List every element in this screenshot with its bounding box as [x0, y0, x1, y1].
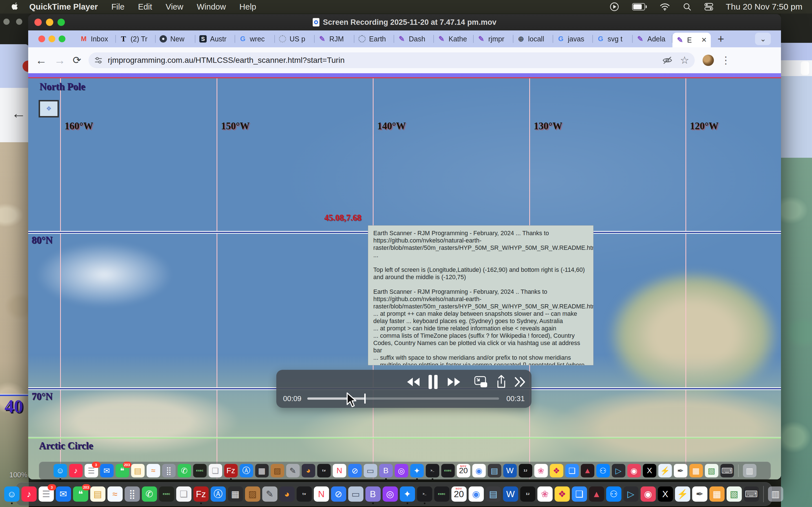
- dock-icon-podcasts[interactable]: ◎: [383, 487, 398, 502]
- dock-icon-preview[interactable]: ▭: [348, 487, 363, 502]
- dock-icon-zoom[interactable]: ❑: [572, 487, 587, 502]
- menu-item-window[interactable]: Window: [197, 2, 226, 11]
- dock-icon-photos[interactable]: ❀: [538, 487, 553, 502]
- tab-kathe[interactable]: ✎Kathe: [434, 31, 474, 47]
- wifi-icon[interactable]: [660, 3, 670, 11]
- dock-icon-gimp-archive[interactable]: ▨: [245, 487, 260, 502]
- dock-icon-x-app[interactable]: X: [658, 487, 673, 502]
- menu-clock[interactable]: Thu 20 Nov 7:50 pm: [726, 2, 802, 11]
- eye-slash-icon[interactable]: [662, 55, 673, 65]
- menu-item-view[interactable]: View: [166, 2, 183, 11]
- dock-icon-launchpad[interactable]: ⣿: [124, 487, 140, 502]
- dock-icon-flash[interactable]: ⚡: [658, 464, 672, 477]
- address-bar[interactable]: rjmprogramming.com.au/HTMLCSS/earth_scan…: [89, 52, 695, 68]
- dock-icon-firefox[interactable]: ◕: [280, 487, 295, 502]
- dock-icon-blocks[interactable]: ▦: [709, 487, 725, 502]
- tab-dash[interactable]: ✎Dash: [394, 31, 434, 47]
- menu-item-file[interactable]: File: [111, 2, 124, 11]
- dock-icon-trash[interactable]: ▥: [768, 487, 783, 502]
- dock-icon-reminders[interactable]: ☰3: [85, 464, 98, 477]
- earth-scanner-page[interactable]: 160°W150°W140°W130°W120°W80°N70°NArctic …: [28, 73, 781, 480]
- dock-icon-textedit[interactable]: ❏: [209, 464, 222, 477]
- menu-app-name[interactable]: QuickTime Player: [29, 2, 98, 11]
- dock-icon-exec-script[interactable]: exec: [193, 464, 207, 477]
- dock-icon-app-store[interactable]: Ⓐ: [240, 464, 253, 477]
- picture-in-picture-button[interactable]: [474, 376, 488, 388]
- tab-active-e[interactable]: ✎E✕: [672, 33, 711, 47]
- map-toggle-button[interactable]: ❖: [39, 100, 59, 117]
- tab--2-tr[interactable]: T(2) Tr: [116, 31, 156, 47]
- battery-icon[interactable]: [632, 3, 647, 10]
- dock-icon-reminders[interactable]: ☰3: [39, 487, 54, 502]
- dock-icon-media-red[interactable]: ◉: [641, 487, 656, 502]
- dock-icon-music[interactable]: ♪: [69, 464, 83, 477]
- dock-icon-shapes[interactable]: ⚇: [606, 487, 621, 502]
- search-icon[interactable]: [683, 3, 691, 11]
- play-circle-icon[interactable]: [610, 2, 619, 11]
- tab-adela[interactable]: ✎Adela: [633, 31, 672, 47]
- dock-icon-calculator[interactable]: ▦: [255, 464, 269, 477]
- more-controls-chevrons-icon[interactable]: [514, 377, 526, 387]
- dock-icon-chrome[interactable]: ◉: [469, 487, 484, 502]
- share-button[interactable]: [496, 375, 507, 389]
- dock-icon-bbedit[interactable]: B: [379, 464, 393, 477]
- pause-button[interactable]: [427, 374, 439, 390]
- tab-new[interactable]: New: [156, 31, 195, 47]
- dock-icon-keyboard-app[interactable]: ⌨: [744, 487, 759, 502]
- dock-icon-firefox[interactable]: ◕: [302, 464, 315, 477]
- dock-icon-flash[interactable]: ⚡: [675, 487, 690, 502]
- dock-icon-art-studio[interactable]: ❖: [550, 464, 563, 477]
- dock-icon-calculator[interactable]: ▦: [228, 487, 243, 502]
- dock-icon-files-dark[interactable]: ▤: [486, 487, 501, 502]
- browser-minimize-button[interactable]: [49, 36, 55, 42]
- dock-icon-news[interactable]: N: [314, 487, 329, 502]
- control-center-icon[interactable]: [704, 3, 713, 11]
- dock-icon-ink-pen[interactable]: ✒: [674, 464, 688, 477]
- dock-icon-news[interactable]: N: [333, 464, 346, 477]
- dock-icon-gimp-archive[interactable]: ▨: [271, 464, 284, 477]
- seek-bar[interactable]: [307, 397, 499, 400]
- tab-close-icon[interactable]: ✕: [701, 36, 707, 44]
- tab-austr[interactable]: SAustr: [195, 31, 235, 47]
- dock-icon-word[interactable]: W: [503, 487, 518, 502]
- dock-icon-art-studio[interactable]: ❖: [555, 487, 570, 502]
- dock-icon-music[interactable]: ♪: [21, 487, 37, 502]
- tab-earth[interactable]: Earth: [354, 31, 394, 47]
- dock-icon-word[interactable]: W: [503, 464, 517, 477]
- dock-icon-mail[interactable]: ✉: [100, 464, 114, 477]
- dock-icon-affinity[interactable]: ▲: [589, 487, 604, 502]
- dock-icon-safari[interactable]: ✦: [400, 487, 415, 502]
- tab-rjm[interactable]: ✎RJM: [315, 31, 354, 47]
- new-tab-button[interactable]: +: [718, 33, 724, 45]
- dock-icon-parental[interactable]: ⊘: [348, 464, 362, 477]
- dock-icon-parental[interactable]: ⊘: [331, 487, 346, 502]
- dock-icon-calendar[interactable]: 20NOV: [451, 487, 467, 502]
- browser-menu-icon[interactable]: ⋮: [721, 54, 731, 66]
- tab-search-chevron-icon[interactable]: ⌄: [755, 33, 771, 45]
- dock-icon-mail[interactable]: ✉: [56, 487, 71, 502]
- dock-icon-textedit[interactable]: ❏: [176, 487, 192, 502]
- dock-icon-affinity[interactable]: ▲: [581, 464, 594, 477]
- tab-wrec[interactable]: Gwrec: [235, 31, 275, 47]
- tab-javas[interactable]: Gjavas: [553, 31, 593, 47]
- dock-icon-terminal[interactable]: >_: [417, 487, 432, 502]
- dock-icon-finder[interactable]: ☺: [4, 487, 19, 502]
- dock-icon-iina[interactable]: ▷: [623, 487, 639, 502]
- dock-icon-sheet-green[interactable]: ▧: [705, 464, 718, 477]
- dock-icon-keyboard-app[interactable]: ⌨: [720, 464, 734, 477]
- dock-icon-exec-script[interactable]: exec: [159, 487, 174, 502]
- dock-icon-notes[interactable]: ▤: [90, 487, 105, 502]
- playhead[interactable]: [364, 393, 366, 404]
- dock-icon-podcasts[interactable]: ◎: [395, 464, 408, 477]
- browser-close-button[interactable]: [38, 36, 45, 42]
- rewind-button[interactable]: [406, 377, 420, 387]
- dock-icon-freeform[interactable]: ≈: [147, 464, 160, 477]
- tab-inbox[interactable]: MInbox: [76, 31, 116, 47]
- dock-icon-x-app[interactable]: X: [643, 464, 656, 477]
- dock-icon-sheet-green[interactable]: ▧: [726, 487, 742, 502]
- profile-avatar[interactable]: [703, 55, 714, 66]
- dock-icon-terminal[interactable]: >_: [426, 464, 439, 477]
- dock-icon-calendar[interactable]: 20NOV: [457, 464, 470, 477]
- dock-icon-photos[interactable]: ❀: [534, 464, 548, 477]
- dock-icon-preview[interactable]: ▭: [364, 464, 377, 477]
